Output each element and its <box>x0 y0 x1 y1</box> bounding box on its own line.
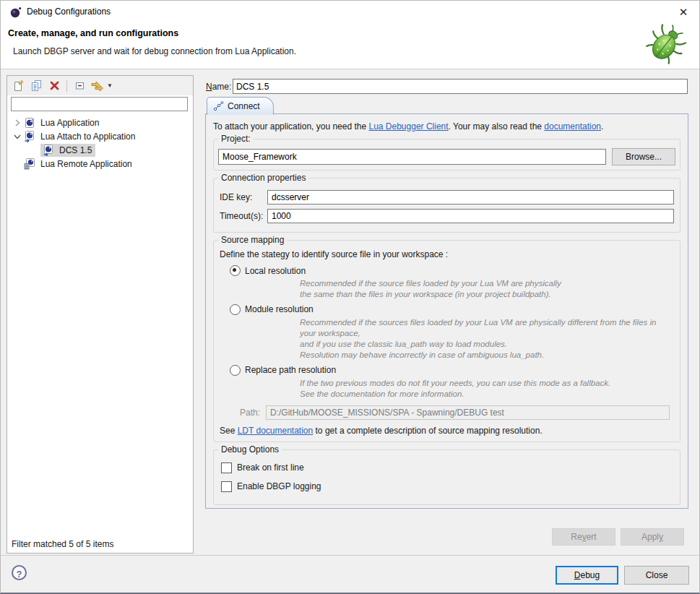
path-input <box>266 405 670 420</box>
module-resolution-description: Recommended if the sources files loaded … <box>300 317 670 361</box>
apply-button[interactable]: Apply <box>621 528 684 546</box>
connection-properties-group: Connection properties IDE key: Timeout(s… <box>213 178 680 233</box>
tree-item-label: Lua Attach to Application <box>38 131 137 142</box>
page-subtitle: Launch DBGP server and wait for debug co… <box>13 46 296 56</box>
ide-key-label: IDE key: <box>220 192 267 202</box>
toolbar-separator <box>66 80 67 92</box>
collapse-chevron-icon[interactable] <box>12 131 23 142</box>
revert-button[interactable]: Revert <box>552 528 615 546</box>
debug-options-legend: Debug Options <box>218 444 282 455</box>
radio-label: Module resolution <box>245 304 314 314</box>
radio-replace-path-resolution[interactable]: Replace path resolution <box>230 365 674 376</box>
close-icon[interactable]: ✕ <box>675 4 692 21</box>
tree-item-lua-remote-application[interactable]: Lua Remote Application <box>7 157 193 171</box>
tree-item-label: DCS 1.5 <box>57 145 94 156</box>
source-mapping-group: Source mapping Define the stategy to ide… <box>213 240 680 442</box>
radio-button-icon[interactable] <box>230 365 241 376</box>
checkbox-label: Break on first line <box>237 462 304 473</box>
duplicate-configuration-icon[interactable] <box>29 79 43 93</box>
radio-label: Local resolution <box>245 266 306 276</box>
source-mapping-intro: Define the stategy to identify source fi… <box>220 249 674 259</box>
radio-module-resolution[interactable]: Module resolution <box>230 304 674 315</box>
tree-indent <box>29 145 40 156</box>
revert-apply-bar: Revert Apply <box>552 528 684 546</box>
tree-item-lua-application[interactable]: Lua Application <box>7 116 193 129</box>
radio-button-icon[interactable] <box>230 265 241 276</box>
checkbox-icon[interactable] <box>221 462 232 473</box>
checkbox-icon[interactable] <box>221 481 232 492</box>
tree-item-label: Lua Application <box>38 117 101 129</box>
source-mapping-legend: Source mapping <box>218 235 287 245</box>
documentation-link[interactable]: documentation <box>544 121 601 132</box>
debug-configurations-dialog: Debug Configurations ✕ Create, manage, a… <box>0 0 700 594</box>
checkbox-label: Enable DBGP logging <box>237 481 321 491</box>
ldt-documentation-link[interactable]: LDT documentation <box>238 426 314 436</box>
path-label: Path: <box>240 408 260 418</box>
tab-connect-label: Connect <box>228 101 260 111</box>
connect-tab-content: To attach your application, you need the… <box>205 113 688 509</box>
timeout-input[interactable] <box>267 209 674 223</box>
checkbox-enable-dbgp-logging[interactable]: Enable DBGP logging <box>221 481 674 492</box>
tree-item-label: Lua Remote Application <box>38 158 134 170</box>
filter-launch-configurations-icon[interactable] <box>90 79 105 93</box>
sidebar-toolbar: ▼ <box>7 76 193 95</box>
filter-menu-chevron-icon[interactable]: ▼ <box>107 82 113 89</box>
configurations-tree: Lua Application Lua Attach to Applicatio… <box>7 114 193 172</box>
lua-remote-icon <box>23 158 35 170</box>
delete-configuration-icon[interactable] <box>47 79 61 93</box>
ide-key-input[interactable] <box>267 190 674 205</box>
tab-connect[interactable]: Connect <box>207 97 274 115</box>
checkbox-break-on-first-line[interactable]: Break on first line <box>221 462 674 473</box>
browse-button[interactable]: Browse... <box>612 148 675 165</box>
footer-separator <box>1 555 699 556</box>
project-group-legend: Project: <box>218 134 254 144</box>
lua-application-icon <box>23 117 35 129</box>
name-input[interactable] <box>233 79 688 94</box>
radio-local-resolution[interactable]: Local resolution <box>230 265 674 276</box>
expand-chevron-icon[interactable] <box>12 117 23 129</box>
radio-button-icon[interactable] <box>230 304 241 315</box>
titlebar: Debug Configurations ✕ <box>1 1 699 22</box>
replace-path-description: If the two previous modes do not fit you… <box>300 378 670 400</box>
collapse-all-icon[interactable] <box>72 79 87 93</box>
ldt-documentation-line: See LDT documentation to get a complete … <box>220 426 674 436</box>
page-title: Create, manage, and run configurations <box>8 28 178 38</box>
local-resolution-description: Recommended if the source files loaded b… <box>300 278 670 300</box>
debug-button[interactable]: Debug <box>556 566 618 585</box>
dialog-header: Debug Configurations ✕ Create, manage, a… <box>1 1 699 69</box>
radio-label: Replace path resolution <box>245 365 336 375</box>
lua-attach-icon <box>42 145 54 156</box>
project-input[interactable] <box>218 149 606 165</box>
help-icon[interactable]: ? <box>12 565 27 580</box>
tree-item-lua-attach-to-application[interactable]: Lua Attach to Application <box>7 129 193 143</box>
project-group: Project: Browse... <box>213 139 680 171</box>
close-button[interactable]: Close <box>624 566 689 585</box>
debug-configuration-icon <box>9 6 22 19</box>
name-label: Name: <box>206 82 231 92</box>
filter-match-status: Filter matched 5 of 5 items <box>12 539 113 549</box>
lua-attach-icon <box>23 131 35 142</box>
new-configuration-icon[interactable] <box>11 79 25 93</box>
bug-banner-icon <box>644 21 688 67</box>
connect-tab-icon <box>213 101 224 111</box>
configurations-sidebar: ▼ Lua Application <box>7 75 194 554</box>
tree-item-dcs-15[interactable]: DCS 1.5 <box>25 143 193 157</box>
filter-input[interactable] <box>11 97 188 111</box>
connection-properties-legend: Connection properties <box>218 173 308 183</box>
tree-indent <box>12 158 23 170</box>
lua-debugger-client-link[interactable]: Lua Debugger Client <box>368 121 448 132</box>
attach-intro-text: To attach your application, you need the… <box>213 121 680 132</box>
window-title: Debug Configurations <box>27 1 111 22</box>
timeout-label: Timeout(s): <box>220 211 267 221</box>
debug-options-group: Debug Options Break on first line Enable… <box>213 449 680 505</box>
